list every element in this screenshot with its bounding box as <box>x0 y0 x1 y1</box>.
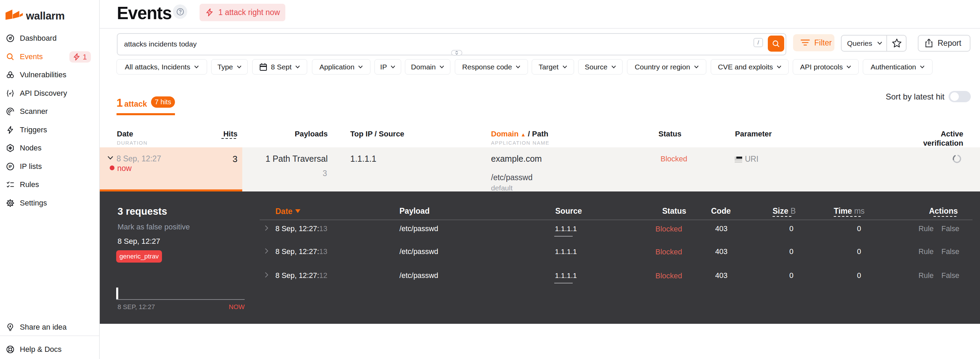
svg-text:IP: IP <box>8 165 12 169</box>
